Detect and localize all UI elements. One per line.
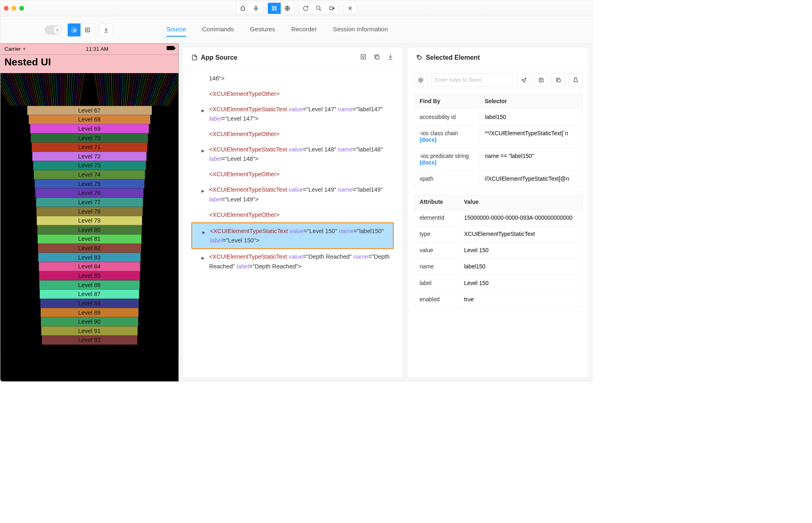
record-button[interactable] xyxy=(325,2,338,14)
native-mode-button[interactable] xyxy=(268,2,281,14)
app-source-title: App Source xyxy=(201,54,237,61)
clear-element-button[interactable] xyxy=(534,73,548,86)
svg-rect-15 xyxy=(539,79,543,82)
svg-point-14 xyxy=(419,78,423,82)
web-mode-button[interactable] xyxy=(281,2,294,14)
level-row[interactable]: Level 87 xyxy=(40,290,139,299)
svg-point-12 xyxy=(418,56,419,57)
minimize-window-button[interactable] xyxy=(11,6,16,11)
source-node-other[interactable]: <XCUIElementTypeOther> xyxy=(191,166,394,182)
svg-rect-11 xyxy=(376,56,379,59)
wifi-icon: ᯤ xyxy=(22,46,28,52)
level-row[interactable]: Level 77 xyxy=(36,198,143,207)
table-row[interactable]: -ios class chain(docs)**/XCUIElementType… xyxy=(414,125,582,148)
level-row[interactable]: Level 75 xyxy=(35,179,144,189)
table-row[interactable]: elementId15000000-0000-0000-093A-0000000… xyxy=(414,210,582,226)
svg-rect-0 xyxy=(255,6,257,9)
tag-icon xyxy=(416,54,423,61)
level-row[interactable]: Level 70 xyxy=(31,134,148,143)
level-row[interactable]: Level 84 xyxy=(39,262,140,271)
level-row[interactable]: Level 73 xyxy=(33,161,145,170)
tap-element-button[interactable] xyxy=(414,73,428,86)
table-row[interactable]: -ios predicate string(docs)name == "labe… xyxy=(414,148,582,171)
level-row[interactable]: Level 80 xyxy=(37,225,142,235)
selected-element-panel: Selected Element Find By Selector xyxy=(408,48,588,378)
level-row[interactable]: Level 91 xyxy=(41,326,137,336)
selector-header: Selector xyxy=(479,94,582,109)
tab-session-info[interactable]: Session Information xyxy=(333,23,388,37)
tab-recorder[interactable]: Recorder xyxy=(291,23,317,37)
maximize-window-button[interactable] xyxy=(19,6,24,11)
level-row[interactable]: Level 67 xyxy=(27,106,152,115)
source-node-static-text[interactable]: ▸<XCUIElementTypeStaticText value="Level… xyxy=(191,223,394,249)
level-row[interactable]: Level 76 xyxy=(35,188,143,198)
table-row[interactable]: labelLevel 150 xyxy=(414,275,582,291)
level-row[interactable]: Level 79 xyxy=(37,216,142,225)
quit-button[interactable] xyxy=(344,2,357,14)
select-element-button[interactable] xyxy=(67,23,80,36)
download-screenshot-button[interactable] xyxy=(100,23,113,36)
value-header: Value xyxy=(459,195,582,210)
level-row[interactable]: Level 71 xyxy=(32,143,147,152)
home-button[interactable] xyxy=(236,2,249,14)
secondary-toolbar: ⊘ Source Commands Gestures Recorder Sess… xyxy=(0,16,593,43)
attribute-header: Attribute xyxy=(414,195,459,210)
copy-attrs-button[interactable] xyxy=(552,73,565,86)
device-preview-panel[interactable]: Carrier ᯤ 11:31 AM Nested UI Level 67Lev… xyxy=(0,43,179,381)
search-button[interactable] xyxy=(312,2,325,14)
table-row[interactable]: valueLevel 150 xyxy=(414,242,582,259)
nested-levels-view[interactable]: Level 67Level 68Level 69Level 70Level 71… xyxy=(0,73,179,355)
level-row[interactable]: Level 88 xyxy=(40,299,139,308)
level-row[interactable]: Level 81 xyxy=(37,234,141,244)
table-row[interactable]: xpath//XCUIElementTypeStaticText[@n xyxy=(414,171,582,187)
source-node-other[interactable]: <XCUIElementTypeOther> xyxy=(191,126,394,142)
get-timing-button[interactable] xyxy=(569,73,582,86)
source-node-static-text[interactable]: ▸<XCUIElementTypeStaticText value="Level… xyxy=(191,142,394,166)
table-row[interactable]: typeXCUIElementTypeStaticText xyxy=(414,226,582,242)
source-node-static-text[interactable]: ▸<XCUIElementTypeStaticText value="Depth… xyxy=(191,249,394,274)
level-row[interactable]: Level 85 xyxy=(39,271,140,281)
level-row[interactable]: Level 90 xyxy=(41,317,138,326)
level-row[interactable]: Level 92 xyxy=(42,335,137,345)
level-row[interactable]: Level 82 xyxy=(38,244,141,253)
level-row[interactable]: Level 69 xyxy=(30,124,149,134)
level-row[interactable]: Level 74 xyxy=(34,170,145,179)
level-row[interactable]: Level 89 xyxy=(41,308,139,317)
docs-link[interactable]: (docs) xyxy=(420,137,437,143)
send-keys-input[interactable] xyxy=(431,73,513,86)
svg-point-13 xyxy=(420,79,422,81)
close-window-button[interactable] xyxy=(4,6,9,11)
file-icon xyxy=(191,54,198,61)
toggle-attrs-button[interactable] xyxy=(360,54,366,61)
source-tree[interactable]: 146"> <XCUIElementTypeOther>▸<XCUIElemen… xyxy=(183,67,402,377)
level-row[interactable]: Level 78 xyxy=(36,207,142,216)
source-node-static-text[interactable]: ▸<XCUIElementTypeStaticText value="Level… xyxy=(191,102,394,126)
level-row[interactable]: Level 86 xyxy=(39,281,140,290)
tab-commands[interactable]: Commands xyxy=(202,23,234,37)
source-node-other[interactable]: <XCUIElementTypeOther> xyxy=(191,86,394,102)
send-keys-button[interactable] xyxy=(517,73,531,86)
table-row[interactable]: accessibility idlabel150 xyxy=(414,109,582,125)
mjpeg-toggle[interactable]: ⊘ xyxy=(45,25,62,34)
device-clock: 11:31 AM xyxy=(86,46,108,52)
source-node-other[interactable]: <XCUIElementTypeOther> xyxy=(191,207,394,223)
level-row[interactable]: Level 68 xyxy=(28,115,150,124)
table-row[interactable]: namelabel150 xyxy=(414,259,582,275)
refresh-button[interactable] xyxy=(299,2,312,14)
level-row[interactable]: Level 72 xyxy=(32,152,147,161)
mic-button[interactable] xyxy=(249,2,262,14)
device-statusbar: Carrier ᯤ 11:31 AM xyxy=(0,43,179,54)
download-xml-button[interactable] xyxy=(387,54,394,61)
tap-coords-button[interactable] xyxy=(81,23,94,36)
level-row[interactable]: Level 83 xyxy=(38,253,141,262)
copy-xml-button[interactable] xyxy=(374,54,380,61)
table-row[interactable]: enabledtrue xyxy=(414,291,582,307)
attribute-table: Attribute Value elementId15000000-0000-0… xyxy=(414,195,582,308)
tab-source[interactable]: Source xyxy=(167,23,186,37)
source-node[interactable]: 146"> xyxy=(191,71,394,86)
window-titlebar xyxy=(0,0,593,16)
findby-header: Find By xyxy=(414,94,479,109)
source-node-static-text[interactable]: ▸<XCUIElementTypeStaticText value="Level… xyxy=(191,182,394,207)
docs-link[interactable]: (docs) xyxy=(420,160,437,166)
tab-gestures[interactable]: Gestures xyxy=(250,23,275,37)
